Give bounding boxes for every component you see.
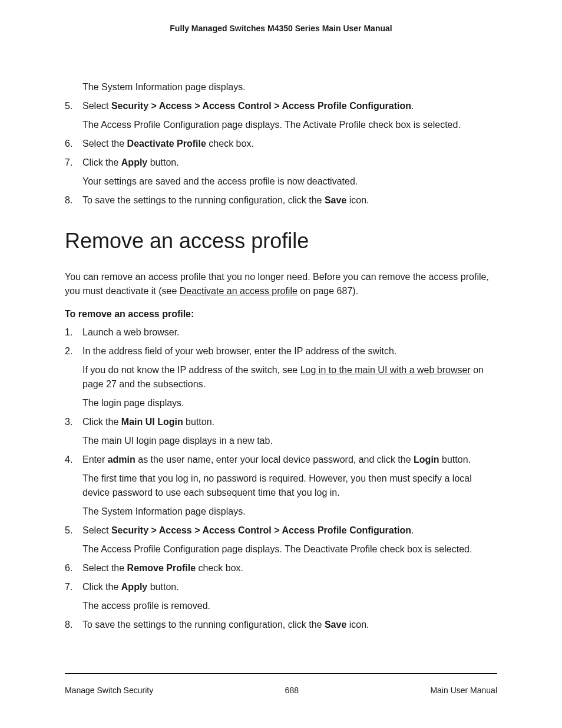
step-cont: The main UI login page displays in a new… [82, 434, 497, 448]
step-text: In the address field of your web browser… [82, 346, 396, 356]
step-text: Select the [82, 139, 127, 149]
step-bold: Save [325, 620, 346, 630]
step-6: Select the Deactivate Profile check box. [65, 137, 497, 151]
header-title: Fully Managed Switches M4350 Series Main… [65, 24, 497, 33]
step-bold: Main UI Login [121, 417, 183, 427]
step2-4: Enter admin as the user name, enter your… [65, 453, 497, 519]
step-bold: Security > Access > Access Control > Acc… [111, 101, 411, 111]
step-text: Launch a web browser. [82, 327, 180, 337]
step-bold: Save [325, 195, 346, 205]
step-cont: The Access Profile Configuration page di… [82, 118, 497, 132]
step-text: Click the [82, 417, 121, 427]
step2-2: In the address field of your web browser… [65, 344, 497, 410]
step-cont: The Access Profile Configuration page di… [82, 542, 497, 556]
step-bold: Apply [121, 582, 147, 592]
step-text: Select [82, 525, 111, 535]
step-suffix: . [411, 101, 414, 111]
step-bold: Security > Access > Access Control > Acc… [111, 525, 411, 535]
step-bold: Login [414, 454, 439, 465]
step-text: Click the [82, 157, 121, 167]
step-cont: The login page displays. [82, 396, 497, 410]
step-suffix: button. [183, 417, 214, 427]
step-suffix: button. [147, 157, 178, 167]
footer-left: Manage Switch Security [65, 686, 153, 695]
step-cont: The first time that you log in, no passw… [82, 472, 497, 500]
step-bold: Deactivate Profile [127, 139, 206, 149]
cont-text: If you do not know the IP address of the… [82, 365, 300, 375]
step-5: Select Security > Access > Access Contro… [65, 99, 497, 132]
step-cont: If you do not know the IP address of the… [82, 363, 497, 391]
step2-3: Click the Main UI Login button. The main… [65, 415, 497, 448]
step-text: Enter [82, 454, 108, 465]
step-suffix: icon. [346, 620, 369, 630]
step-cont: The access profile is removed. [82, 599, 497, 613]
step-suffix: . [411, 525, 414, 535]
step-suffix: check box. [196, 563, 243, 573]
section1-intro: The System Information page displays. [82, 80, 497, 94]
section1-steps: Select Security > Access > Access Contro… [65, 99, 497, 207]
step-text: To save the settings to the running conf… [82, 620, 325, 630]
section2-steps: Launch a web browser. In the address fie… [65, 325, 497, 632]
step-bold: Remove Profile [127, 563, 196, 573]
step-text: Select [82, 101, 111, 111]
step-7: Click the Apply button. Your settings ar… [65, 156, 497, 189]
step-text: To save the settings to the running conf… [82, 195, 325, 205]
link-login-main-ui[interactable]: Log in to the main UI with a web browser [300, 365, 471, 375]
step2-7: Click the Apply button. The access profi… [65, 580, 497, 613]
page-heading: Remove an access profile [65, 229, 497, 253]
intro-paragraph: You can remove an access profile that yo… [65, 270, 497, 298]
step2-6: Select the Remove Profile check box. [65, 561, 497, 575]
step2-8: To save the settings to the running conf… [65, 618, 497, 632]
step-text: Click the [82, 582, 121, 592]
step-cont: Your settings are saved and the access p… [82, 174, 497, 189]
step-bold: Apply [121, 157, 147, 167]
step-cont: The System Information page displays. [82, 505, 497, 519]
step-text: Select the [82, 563, 127, 573]
step-mid: as the user name, enter your local devic… [135, 454, 414, 465]
footer-right: Main User Manual [430, 686, 497, 695]
step-suffix: button. [147, 582, 178, 592]
intro-link-deactivate[interactable]: Deactivate an access profile [180, 286, 297, 296]
step2-1: Launch a web browser. [65, 325, 497, 340]
step-8: To save the settings to the running conf… [65, 193, 497, 207]
step2-5: Select Security > Access > Access Contro… [65, 523, 497, 556]
footer-page-number: 688 [285, 686, 299, 695]
step-suffix: button. [439, 454, 471, 465]
subheading: To remove an access profile: [65, 309, 497, 319]
intro-text2: on page 687). [297, 286, 358, 296]
step-suffix: icon. [346, 195, 369, 205]
page-footer: Manage Switch Security 688 Main User Man… [65, 673, 497, 695]
step-suffix: check box. [206, 139, 254, 149]
step-bold: admin [108, 454, 135, 465]
